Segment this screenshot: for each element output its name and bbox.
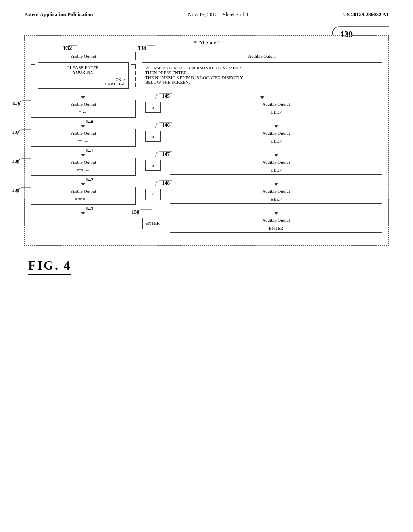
keypad-5[interactable]: 5 (145, 102, 161, 113)
checkbox-1 (31, 64, 35, 69)
checkbox-2 (31, 71, 35, 75)
header-left: Patent Application Publication (24, 11, 93, 18)
arrow-down-4: 142 (31, 176, 136, 187)
visible-content-3: *** ← (31, 166, 136, 176)
checkbox-8 (131, 83, 136, 87)
keypad-7[interactable]: 7 (145, 189, 161, 200)
visible-output-box-2: Visible Output (31, 129, 136, 137)
ref-136-svg (10, 99, 31, 107)
page-header: Patent Application Publication Nov. 15, … (0, 0, 413, 22)
ref-142: 142 (86, 177, 94, 183)
audible-header-1: Audible Output (170, 100, 382, 108)
audible-content-4: BEEP (170, 195, 382, 204)
visible-output-box-4: Visible Output (31, 187, 136, 195)
visible-output-box-1: Visible Output (31, 100, 136, 108)
visible-output-header-box: Visible Output (31, 52, 136, 60)
header-center: Nov. 15, 2012 Sheet 3 of 9 (188, 11, 248, 18)
ref-146-svg (148, 121, 172, 130)
arrow-down-right-1 (142, 91, 382, 100)
audible-output-header-box: Audible Output (142, 52, 382, 60)
atm-state-label: ATM State 2 (192, 39, 221, 46)
checkbox-3 (31, 77, 35, 81)
ref-148-svg (148, 179, 172, 188)
ref-140: 140 (86, 118, 94, 125)
outer-box: ATM State 2 Visible Output 132 (24, 35, 389, 246)
arrow-down-right-5 (170, 205, 382, 216)
ref-134-bracket-svg (133, 44, 155, 53)
ref-139-svg (10, 186, 31, 194)
ref-143: 143 (86, 206, 94, 212)
ref-141: 141 (86, 148, 94, 154)
arrow-down-5: 143 (31, 205, 136, 216)
ref-147-svg (148, 150, 172, 159)
ref-138-svg (10, 157, 31, 165)
checkbox-5 (131, 64, 136, 69)
visible-content-2: ** ← (31, 137, 136, 147)
checkbox-col-left (31, 64, 35, 87)
ref-150-svg (129, 208, 152, 217)
ref-132-bracket-svg (53, 44, 77, 53)
audible-header-2: Audible Output (170, 129, 382, 137)
audible-initial-text: PLEASE ENTER YOUR PERSONAL I D NUMBER, T… (142, 62, 382, 87)
keypad-6a[interactable]: 6 (145, 131, 161, 142)
diagram-area: 130 ATM State 2 Visible Output 132 (24, 34, 389, 273)
keypad-6b[interactable]: 6 (145, 160, 161, 171)
arrow-down-right-2 (170, 118, 382, 129)
checkbox-7 (131, 77, 136, 81)
checkbox-col-right (131, 64, 136, 87)
audible-header-4: Audible Output (170, 187, 382, 195)
atm-screen: PLEASE ENTER YOUR PIN OK-> CANCEL-> (38, 62, 129, 89)
keypad-enter[interactable]: ENTER (142, 218, 163, 229)
audible-header-3: Audible Output (170, 158, 382, 166)
ref-137-svg (10, 128, 31, 136)
arrow-down-right-3 (170, 147, 382, 158)
audible-content-2: BEEP (170, 137, 382, 145)
ref-130-bracket (308, 25, 389, 36)
visible-output-box-3: Visible Output (31, 158, 136, 166)
arrow-down-2: 140 (31, 118, 136, 129)
checkbox-6 (131, 71, 136, 75)
header-right: US 2012/0286032 A1 (343, 11, 389, 18)
arrow-down-3: 141 (31, 147, 136, 158)
audible-content-3: BEEP (170, 166, 382, 175)
visible-content-4: **** ← (31, 195, 136, 205)
ref-145-svg (148, 92, 172, 101)
visible-content-1: * ← (31, 108, 136, 118)
audible-content-1: BEEP (170, 108, 382, 116)
arrow-down-1 (31, 91, 136, 100)
figure-label: FIG. 4 (28, 258, 389, 273)
audible-content-final: ENTER (170, 224, 382, 233)
audible-header-final: Audible Output (170, 216, 382, 224)
arrow-down-right-4 (170, 176, 382, 187)
checkbox-4 (31, 83, 35, 87)
